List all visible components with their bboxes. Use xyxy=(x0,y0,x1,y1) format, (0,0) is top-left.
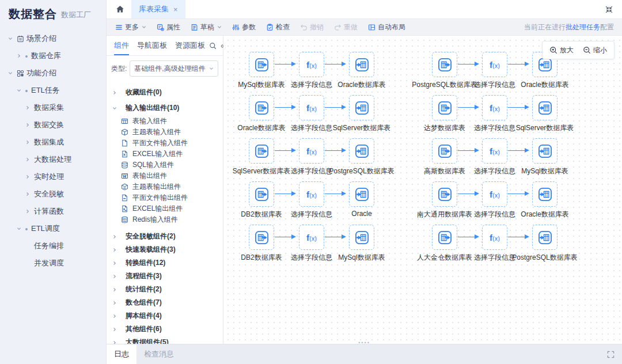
flow-node-transform[interactable]: f(x)选择字段信息 xyxy=(482,95,507,120)
flow-node-source[interactable]: DB2数据库表 xyxy=(249,181,274,207)
tab-active[interactable]: 库表采集 × xyxy=(131,0,185,18)
sidebar-item-场景介绍[interactable]: 场景介绍 xyxy=(0,30,106,47)
component-group-label: 流程组件(3) xyxy=(126,271,162,281)
zoom-in-button[interactable]: 放大 xyxy=(549,46,574,55)
flow-node-transform[interactable]: f(x)选择字段信息 xyxy=(299,52,324,77)
sidebar-item-实时处理[interactable]: 实时处理 xyxy=(0,168,106,185)
search-icon[interactable] xyxy=(209,42,217,50)
component-group-其他组件(6)[interactable]: 其他组件(6) xyxy=(107,323,223,336)
component-item-EXCEL输出组件[interactable]: EXCEL输出组件 xyxy=(107,203,223,214)
flow-node-source[interactable]: DB2数据库表 xyxy=(249,225,274,250)
flow-node-transform[interactable]: f(x)选择字段信息 xyxy=(299,138,324,164)
flow-node-target[interactable]: Oracle数据库表 xyxy=(349,52,374,77)
sidebar-item-ETL任务[interactable]: ETL任务 xyxy=(0,82,106,99)
sidebar-item-数据交换[interactable]: 数据交换 xyxy=(0,116,106,134)
component-item-表输入组件[interactable]: 表输入组件 xyxy=(107,116,223,127)
sidebar-item-数据集成[interactable]: 数据集成 xyxy=(0,134,106,151)
sidebar-item-数据仓库[interactable]: 数据仓库 xyxy=(0,47,106,65)
component-group-大数据组件(5)[interactable]: 大数据组件(5) xyxy=(107,336,223,344)
sidebar-item-数据采集[interactable]: 数据采集 xyxy=(0,99,106,116)
component-group-输入输出组件(10)[interactable]: 输入输出组件(10) xyxy=(107,100,223,116)
fx-icon: f(x) xyxy=(490,146,500,156)
component-item-label: 主题表输入组件 xyxy=(132,127,181,137)
component-item-SQL输入组件[interactable]: SQL输入组件 xyxy=(107,160,223,170)
flow-node-source[interactable]: 达梦数据库表 xyxy=(432,95,457,120)
table-output-icon xyxy=(537,143,553,159)
panel-tab-组件[interactable]: 组件 xyxy=(110,36,133,55)
flow-node-target[interactable]: SqlServer数据库表 xyxy=(532,95,557,120)
tab-close-icon[interactable]: × xyxy=(173,5,178,14)
flow-node-transform[interactable]: f(x)选择字段信息 xyxy=(299,225,324,250)
flow-node-target[interactable]: PostgreSQL数据库表 xyxy=(532,225,557,250)
sidebar-item-计算函数[interactable]: 计算函数 xyxy=(0,203,106,220)
sidebar-item-安全脱敏[interactable]: 安全脱敏 xyxy=(0,185,106,203)
flow-node-target[interactable]: SqlServer数据库表 xyxy=(349,95,374,120)
flow-node-label: MySql数据库表 xyxy=(238,80,285,90)
bottom-tab-日志[interactable]: 日志 xyxy=(107,344,136,364)
flow-node-source[interactable]: SqlServer数据库表 xyxy=(249,138,274,164)
bottom-tab-检查消息[interactable]: 检查消息 xyxy=(136,344,181,364)
expand-corners-icon[interactable] xyxy=(607,344,622,364)
component-group-统计组件(2)[interactable]: 统计组件(2) xyxy=(107,283,223,296)
sidebar-item-label: 数据仓库 xyxy=(31,51,61,61)
status-suffix: 配置 xyxy=(600,23,614,31)
toolbar-button-检查[interactable]: 检查 xyxy=(261,22,295,32)
flow-node-transform[interactable]: f(x)选择字段信息 xyxy=(482,52,507,77)
flow-node-target[interactable]: MySql数据库表 xyxy=(532,138,557,164)
panel-tab-资源面板[interactable]: 资源面板 xyxy=(171,36,209,55)
flow-node-target[interactable]: Oracle数据库表 xyxy=(532,181,557,207)
flow-node-source[interactable]: 人大金仓数据库表 xyxy=(432,225,457,250)
table-in-icon xyxy=(121,117,128,125)
sidebar-item-ETL调度[interactable]: ETL调度 xyxy=(0,220,106,237)
toolbar-button-草稿[interactable]: 草稿 xyxy=(185,22,227,32)
sidebar-item-功能介绍[interactable]: 功能介绍 xyxy=(0,65,106,82)
component-group-快速装载组件(3)[interactable]: 快速装载组件(3) xyxy=(107,243,223,256)
panel-tab-导航面板[interactable]: 导航面板 xyxy=(133,36,171,55)
collapse-fullscreen-icon[interactable] xyxy=(605,0,622,18)
flow-node-transform[interactable]: f(x)选择字段信息 xyxy=(482,138,507,164)
component-item-平面文件输入组件[interactable]: 平面文件输入组件 xyxy=(107,138,223,149)
flow-edge-arrow xyxy=(507,225,532,250)
component-item-EXCEL输入组件[interactable]: EXCEL输入组件 xyxy=(107,149,223,160)
flow-node-target[interactable]: PostgreSQL数据库表 xyxy=(349,138,374,164)
home-icon[interactable] xyxy=(107,0,131,18)
flow-node-source[interactable]: MySql数据库表 xyxy=(249,52,274,77)
sidebar-item-任务编排[interactable]: 任务编排 xyxy=(0,237,106,255)
component-group-脚本组件(4)[interactable]: 脚本组件(4) xyxy=(107,309,223,323)
flow-node-source[interactable]: 南大通用数据库表 xyxy=(432,181,457,207)
flow-node-source[interactable]: 高斯数据库表 xyxy=(432,138,457,164)
flow-canvas[interactable]: 放大 缩小 MySql数据库表f(x)选择字段信息Oracle数据库表Postg… xyxy=(223,36,622,344)
flow-node-target[interactable]: MySql数据库表 xyxy=(349,225,374,250)
flow-node-source[interactable]: Oracle数据库表 xyxy=(249,95,274,120)
flow-node-target[interactable]: Oracle xyxy=(349,181,374,207)
flow-node-transform[interactable]: f(x)选择字段信息 xyxy=(299,95,324,120)
flow-node-label: Oracle数据库表 xyxy=(521,80,568,90)
type-select[interactable]: 基础组件,高级处理组件 xyxy=(130,60,218,77)
toolbar-button-更多[interactable]: 更多 xyxy=(110,22,151,32)
toolbar-button-参数[interactable]: 参数 xyxy=(227,22,261,32)
toolbar-button-自动布局[interactable]: 自动布局 xyxy=(363,22,411,32)
flow-node-label: 选择字段信息 xyxy=(291,166,332,176)
flow-node-transform[interactable]: f(x)选择字段信息 xyxy=(482,225,507,250)
component-item-主题表输出组件[interactable]: 主题表输出组件 xyxy=(107,181,223,192)
drag-handle[interactable]: •••• xyxy=(358,340,370,345)
status-link[interactable]: 批处理任务 xyxy=(566,23,600,31)
component-group-数仓组件(7)[interactable]: 数仓组件(7) xyxy=(107,296,223,309)
flow-edge-arrow xyxy=(324,138,349,164)
toolbar-button-属性[interactable]: 属性 xyxy=(151,22,185,32)
component-group-转换组件(12)[interactable]: 转换组件(12) xyxy=(107,256,223,270)
sidebar-item-大数据处理[interactable]: 大数据处理 xyxy=(0,151,106,168)
zoom-out-button[interactable]: 缩小 xyxy=(583,46,607,55)
component-group-流程组件(3)[interactable]: 流程组件(3) xyxy=(107,270,223,283)
sidebar-item-并发调度[interactable]: 并发调度 xyxy=(0,255,106,272)
component-item-主题表输入组件[interactable]: 主题表输入组件 xyxy=(107,127,223,138)
component-group-收藏组件(0)[interactable]: 收藏组件(0) xyxy=(107,85,223,100)
component-item-平面文件输出组件[interactable]: 平面文件输出组件 xyxy=(107,192,223,203)
component-item-表输出组件[interactable]: 表输出组件 xyxy=(107,170,223,181)
flow-node-source[interactable]: PostgreSQL数据库表 xyxy=(432,52,457,77)
chevron-right-icon xyxy=(25,192,34,196)
component-group-安全脱敏组件(2)[interactable]: 安全脱敏组件(2) xyxy=(107,230,223,243)
flow-node-transform[interactable]: f(x)选择字段信息 xyxy=(299,181,324,207)
flow-node-transform[interactable]: f(x)选择字段信息 xyxy=(482,181,507,207)
component-item-Redis输入组件[interactable]: Redis输入组件 xyxy=(107,214,223,225)
